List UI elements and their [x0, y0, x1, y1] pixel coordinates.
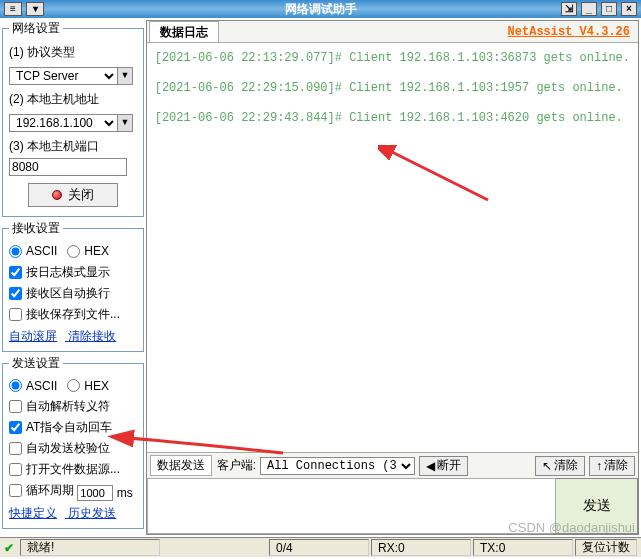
send-settings: 发送设置 ASCII HEX 自动解析转义符 AT指令自动回车 自动发送校验位 … [2, 355, 144, 530]
close-connection-button[interactable]: 关闭 [28, 183, 118, 207]
recv-savefile-check[interactable]: 接收保存到文件... [9, 306, 120, 323]
cycle-input[interactable] [77, 485, 113, 501]
status-rx: RX:0 [371, 539, 471, 556]
status-reset[interactable]: 复位计数 [575, 539, 637, 556]
send-hex-radio[interactable]: HEX [67, 379, 109, 393]
cycle-unit: ms [117, 486, 133, 500]
auto-scroll-link[interactable]: 自动滚屏 [9, 329, 57, 343]
network-legend: 网络设置 [9, 20, 63, 37]
recv-autowrap-check[interactable]: 接收区自动换行 [9, 285, 110, 302]
close-icon[interactable]: × [621, 2, 637, 16]
sys-menu-icon[interactable]: ≡ [4, 2, 22, 16]
window-title: 网络调试助手 [80, 1, 561, 18]
brand-link[interactable]: NetAssist V4.3.26 [508, 25, 638, 39]
send-autocheck-check[interactable]: 自动发送校验位 [9, 440, 110, 457]
clear-left-button[interactable]: ↖ 清除 [535, 456, 585, 476]
status-counts: 0/4 [269, 539, 369, 556]
send-toolbar: 数据发送 客户端: All Connections (3) ◀ 断开 ↖ 清除 … [147, 452, 638, 478]
protocol-select[interactable]: TCP Server [9, 67, 117, 85]
send-ascii-radio[interactable]: ASCII [9, 379, 57, 393]
send-escape-check[interactable]: 自动解析转义符 [9, 398, 110, 415]
shortcut-link[interactable]: 快捷定义 [9, 506, 57, 520]
host-label: (2) 本地主机地址 [9, 91, 137, 108]
send-textarea[interactable] [147, 478, 556, 534]
port-label: (3) 本地主机端口 [9, 138, 137, 155]
send-atcr-check[interactable]: AT指令自动回车 [9, 419, 112, 436]
protocol-dropdown-icon[interactable]: ▼ [117, 67, 133, 85]
send-cycle-check[interactable]: 循环周期 [9, 482, 74, 499]
protocol-label: (1) 协议类型 [9, 44, 137, 61]
log-entry: [2021-06-06 22:29:43.844]# Client 192.16… [155, 111, 630, 125]
disconnect-button[interactable]: ◀ 断开 [419, 456, 468, 476]
host-dropdown-icon[interactable]: ▼ [117, 114, 133, 132]
log-entry: [2021-06-06 22:29:15.090]# Client 192.16… [155, 81, 630, 95]
port-input[interactable] [9, 158, 127, 176]
sidebar: 网络设置 (1) 协议类型 TCP Server ▼ (2) 本地主机地址 19… [2, 20, 144, 535]
ready-icon: ✔ [4, 541, 14, 555]
log-area[interactable]: [2021-06-06 22:13:29.077]# Client 192.16… [147, 43, 638, 452]
send-legend: 发送设置 [9, 355, 63, 372]
tab-datalog[interactable]: 数据日志 [149, 21, 219, 42]
titlebar: ≡ ▾ 网络调试助手 ⇲ _ □ × [0, 0, 641, 18]
clear-right-button[interactable]: ↑ 清除 [589, 456, 635, 476]
main-pane: 数据日志 NetAssist V4.3.26 [2021-06-06 22:13… [146, 20, 639, 535]
minimize-icon[interactable]: _ [581, 2, 597, 16]
recv-hex-radio[interactable]: HEX [67, 244, 109, 258]
connections-select[interactable]: All Connections (3) [260, 457, 415, 475]
watermark: CSDN @daodanjishui [508, 520, 635, 535]
sys-pin-icon[interactable]: ▾ [26, 2, 44, 16]
dock-icon[interactable]: ⇲ [561, 2, 577, 16]
host-select[interactable]: 192.168.1.100 [9, 114, 117, 132]
log-entry: [2021-06-06 22:13:29.077]# Client 192.16… [155, 51, 630, 65]
maximize-icon[interactable]: □ [601, 2, 617, 16]
recv-ascii-radio[interactable]: ASCII [9, 244, 57, 258]
network-settings: 网络设置 (1) 协议类型 TCP Server ▼ (2) 本地主机地址 19… [2, 20, 144, 217]
clear-recv-link[interactable]: 清除接收 [68, 329, 116, 343]
statusbar: ✔ 就绪! 0/4 RX:0 TX:0 复位计数 [0, 537, 641, 557]
tab-datasend[interactable]: 数据发送 [150, 455, 212, 476]
log-tabbar: 数据日志 NetAssist V4.3.26 [147, 21, 638, 43]
status-dot-icon [52, 190, 62, 200]
send-openfile-check[interactable]: 打开文件数据源... [9, 461, 120, 478]
recv-legend: 接收设置 [9, 220, 63, 237]
history-link[interactable]: 历史发送 [68, 506, 116, 520]
client-label: 客户端: [217, 457, 256, 474]
recv-settings: 接收设置 ASCII HEX 按日志模式显示 接收区自动换行 接收保存到文件..… [2, 220, 144, 352]
status-ready: 就绪! [20, 539, 160, 556]
recv-logmode-check[interactable]: 按日志模式显示 [9, 264, 110, 281]
status-tx: TX:0 [473, 539, 573, 556]
